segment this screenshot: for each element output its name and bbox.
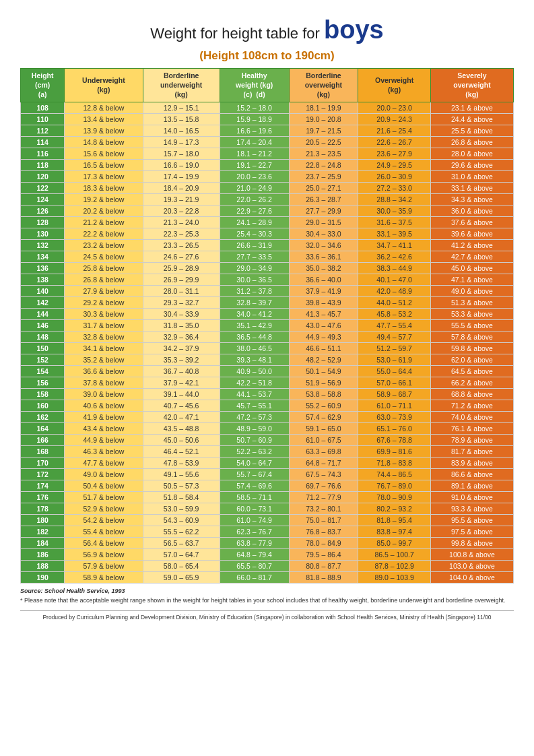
cell-col-6: 47.1 & above	[430, 274, 513, 286]
cell-height: 174	[21, 480, 65, 492]
cell-height: 116	[21, 148, 65, 160]
weight-height-table: Height(cm)(a) Underweight(kg) Borderline…	[20, 68, 514, 584]
cell-col-5: 28.8 – 34.2	[358, 194, 431, 206]
table-row: 11213.9 & below14.0 – 16.516.6 – 19.619.…	[21, 125, 514, 137]
cell-height: 136	[21, 263, 65, 274]
cell-col-2: 50.5 – 57.3	[143, 480, 220, 492]
cell-height: 140	[21, 286, 65, 297]
cell-col-1: 56.4 & below	[65, 538, 143, 549]
cell-col-6: 89.1 & above	[430, 480, 513, 492]
cell-height: 188	[21, 561, 65, 572]
table-row: 13022.2 & below22.3 – 25.325.4 – 30.330.…	[21, 228, 514, 240]
cell-col-1: 37.8 & below	[65, 377, 143, 389]
cell-col-5: 63.0 – 73.9	[358, 412, 431, 423]
cell-col-2: 18.4 – 20.9	[143, 183, 220, 194]
cell-col-2: 45.0 – 50.6	[143, 435, 220, 446]
cell-height: 178	[21, 503, 65, 515]
table-row: 14832.8 & below32.9 – 36.436.5 – 44.844.…	[21, 332, 514, 343]
cell-col-5: 38.3 – 44.9	[358, 263, 431, 274]
cell-col-5: 42.0 – 48.9	[358, 286, 431, 297]
cell-col-2: 12.9 – 15.1	[143, 102, 220, 114]
cell-col-6: 57.8 & above	[430, 332, 513, 343]
cell-col-3: 66.0 – 81.7	[220, 572, 289, 584]
cell-height: 108	[21, 102, 65, 114]
cell-col-1: 56.9 & below	[65, 549, 143, 561]
cell-col-4: 73.2 – 80.1	[289, 503, 358, 515]
cell-col-4: 39.8 – 43.9	[289, 297, 358, 309]
cell-col-3: 57.4 – 69.6	[220, 480, 289, 492]
cell-height: 112	[21, 125, 65, 137]
cell-col-5: 53.0 – 61.9	[358, 354, 431, 366]
cell-col-3: 18.1 – 21.2	[220, 148, 289, 160]
cell-col-1: 20.2 & below	[65, 206, 143, 217]
cell-col-6: 31.0 & above	[430, 171, 513, 183]
cell-col-1: 49.0 & below	[65, 469, 143, 480]
cell-col-6: 42.7 & above	[430, 251, 513, 263]
cell-col-4: 69.7 – 76.6	[289, 480, 358, 492]
footer-source: Source: School Health Service, 1993 * Pl…	[20, 587, 514, 605]
cell-col-3: 22.9 – 27.6	[220, 206, 289, 217]
cell-height: 118	[21, 160, 65, 171]
cell-col-1: 47.7 & below	[65, 458, 143, 469]
cell-col-3: 52.2 – 63.2	[220, 446, 289, 458]
cell-col-3: 25.4 – 30.3	[220, 228, 289, 240]
cell-col-4: 19.0 – 20.8	[289, 114, 358, 125]
cell-col-1: 31.7 & below	[65, 320, 143, 332]
cell-col-6: 86.6 & above	[430, 469, 513, 480]
cell-col-1: 39.0 & below	[65, 389, 143, 400]
table-row: 13826.8 & below26.9 – 29.930.0 – 36.536.…	[21, 274, 514, 286]
table-row: 18255.4 & below55.5 – 62.262.3 – 76.776.…	[21, 526, 514, 538]
cell-col-3: 27.7 – 33.5	[220, 251, 289, 263]
cell-col-3: 35.1 – 42.9	[220, 320, 289, 332]
cell-col-1: 35.2 & below	[65, 354, 143, 366]
table-row: 14027.9 & below28.0 – 31.131.2 – 37.837.…	[21, 286, 514, 297]
cell-col-1: 29.2 & below	[65, 297, 143, 309]
cell-col-2: 56.5 – 63.7	[143, 538, 220, 549]
cell-col-6: 95.5 & above	[430, 515, 513, 526]
cell-col-2: 26.9 – 29.9	[143, 274, 220, 286]
cell-col-3: 34.0 – 41.2	[220, 309, 289, 320]
cell-col-2: 55.5 – 62.2	[143, 526, 220, 538]
cell-col-3: 38.0 – 46.5	[220, 343, 289, 354]
cell-col-2: 57.0 – 64.7	[143, 549, 220, 561]
cell-col-3: 64.8 – 79.4	[220, 549, 289, 561]
cell-col-6: 71.2 & above	[430, 400, 513, 412]
cell-col-6: 74.0 & above	[430, 412, 513, 423]
cell-col-3: 21.0 – 24.9	[220, 183, 289, 194]
cell-col-1: 32.8 & below	[65, 332, 143, 343]
cell-height: 166	[21, 435, 65, 446]
cell-col-6: 68.8 & above	[430, 389, 513, 400]
footer-produced: Produced by Curriculum Planning and Deve…	[20, 610, 514, 621]
cell-col-4: 25.0 – 27.1	[289, 183, 358, 194]
cell-col-2: 30.4 – 33.9	[143, 309, 220, 320]
cell-col-4: 20.5 – 22.5	[289, 137, 358, 148]
cell-col-3: 30.0 – 36.5	[220, 274, 289, 286]
cell-col-6: 41.2 & above	[430, 240, 513, 251]
cell-col-3: 48.9 – 59.0	[220, 423, 289, 435]
cell-col-2: 46.4 – 52.1	[143, 446, 220, 458]
cell-col-6: 99.8 & above	[430, 538, 513, 549]
page-wrapper: Weight for height table for boys (Height…	[20, 13, 514, 621]
table-row: 13625.8 & below25.9 – 28.929.0 – 34.935.…	[21, 263, 514, 274]
cell-col-5: 87.8 – 102.9	[358, 561, 431, 572]
cell-col-4: 33.6 – 36.1	[289, 251, 358, 263]
cell-col-2: 23.3 – 26.5	[143, 240, 220, 251]
cell-height: 128	[21, 217, 65, 228]
cell-col-1: 27.9 & below	[65, 286, 143, 297]
header-underweight: Underweight(kg)	[65, 69, 143, 102]
table-row: 18656.9 & below57.0 – 64.764.8 – 79.479.…	[21, 549, 514, 561]
cell-col-3: 61.0 – 74.9	[220, 515, 289, 526]
cell-col-2: 36.7 – 40.8	[143, 366, 220, 377]
cell-col-5: 67.6 – 78.8	[358, 435, 431, 446]
cell-col-5: 74.4 – 86.5	[358, 469, 431, 480]
header-overweight: Overweight(kg)	[358, 69, 431, 102]
cell-col-3: 31.2 – 37.8	[220, 286, 289, 297]
cell-col-5: 51.2 – 59.7	[358, 343, 431, 354]
cell-col-3: 58.5 – 71.1	[220, 492, 289, 503]
cell-col-2: 29.3 – 32.7	[143, 297, 220, 309]
cell-col-1: 13.9 & below	[65, 125, 143, 137]
cell-col-3: 45.7 – 55.1	[220, 400, 289, 412]
cell-col-4: 79.5 – 86.4	[289, 549, 358, 561]
cell-height: 162	[21, 412, 65, 423]
header-borderline-under: Borderlineunderweight(kg)	[143, 69, 220, 102]
